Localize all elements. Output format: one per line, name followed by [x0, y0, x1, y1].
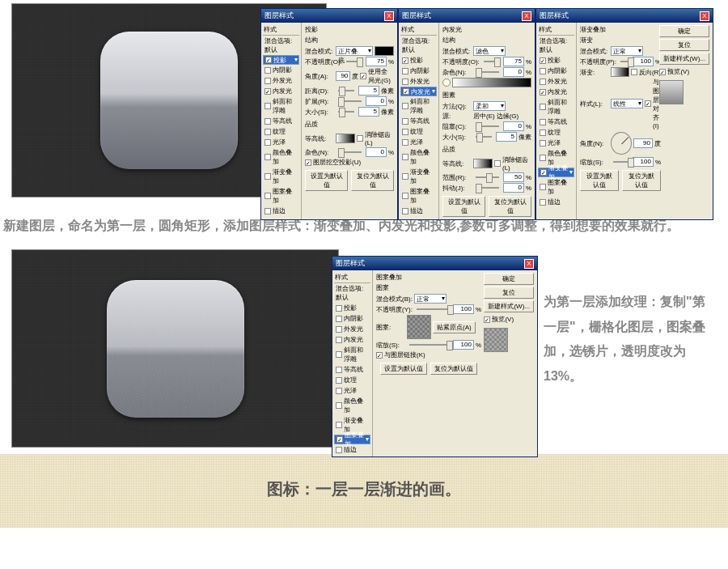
- ok-button[interactable]: 确定: [659, 25, 709, 37]
- preview-thumb: [484, 328, 508, 352]
- item-color-overlay[interactable]: 颜色叠加: [263, 147, 299, 167]
- item-satin[interactable]: 光泽: [263, 137, 299, 147]
- close-icon[interactable]: X: [384, 11, 394, 21]
- style-list: 样式 混合选项:默认 投影 内阴影 外发光 内发光 斜面和浮雕 等高线 纹理 光…: [261, 23, 302, 219]
- angle-input[interactable]: 90: [336, 71, 350, 81]
- contour-picker[interactable]: [336, 134, 355, 143]
- reset-default-button[interactable]: 复位为默认值: [351, 170, 394, 191]
- list-header: 样式: [263, 24, 299, 36]
- opacity-input[interactable]: 75: [366, 57, 387, 66]
- close-icon[interactable]: X: [522, 11, 531, 21]
- item-inner-glow[interactable]: 内发光: [263, 86, 299, 96]
- row-2: 图层样式X 样式 混合选项:默认 投影 内阴影 外发光 内发光 斜面和浮雕 等高…: [0, 249, 728, 448]
- blend-select[interactable]: 正片叠底: [336, 46, 373, 56]
- angle-dial[interactable]: [611, 132, 632, 155]
- new-style-button[interactable]: 新建样式(W)...: [484, 300, 534, 312]
- row-1: 图层样式 X 样式 混合选项:默认 投影 内阴影 外发光 内发光 斜面和浮雕 等…: [0, 0, 728, 197]
- item-drop-shadow[interactable]: 投影: [263, 55, 299, 65]
- set-default-button[interactable]: 设置为默认值: [305, 170, 348, 191]
- titlebar[interactable]: 图层样式 X: [261, 9, 397, 23]
- dialog-inner-glow: 图层样式X 样式 混合选项:默认 投影 内阴影 外发光 内发光 斜面和浮雕 等高…: [398, 8, 535, 220]
- opacity-slider[interactable]: [346, 61, 362, 62]
- dialog-drop-shadow: 图层样式 X 样式 混合选项:默认 投影 内阴影 外发光 内发光 斜面和浮雕 等…: [260, 8, 398, 220]
- global-light-check[interactable]: [360, 73, 366, 79]
- rounded-rect-icon: [100, 32, 238, 169]
- distance-slider[interactable]: [338, 90, 354, 91]
- cancel-button[interactable]: 复位: [659, 39, 709, 51]
- cancel-button[interactable]: 复位: [484, 287, 534, 299]
- footer-caption: 图标：一层一层渐进的画。: [0, 454, 728, 528]
- snap-origin-button[interactable]: 贴紧原点(A): [433, 321, 476, 333]
- item-outer-glow[interactable]: 外发光: [263, 75, 299, 86]
- ok-button[interactable]: 确定: [484, 273, 534, 285]
- item-grad-overlay[interactable]: 渐变叠加: [263, 167, 299, 186]
- dialog-group-1: 图层样式 X 样式 混合选项:默认 投影 内阴影 外发光 内发光 斜面和浮雕 等…: [260, 8, 713, 220]
- canvas-2: [11, 249, 339, 448]
- item-pattern-overlay[interactable]: 图案叠加: [263, 186, 299, 206]
- item-bevel[interactable]: 斜面和浮雕: [263, 96, 299, 116]
- gradient-picker[interactable]: [452, 78, 531, 87]
- title: 图层样式: [265, 11, 294, 21]
- item-inner-shadow[interactable]: 内阴影: [263, 65, 299, 75]
- checkbox-icon[interactable]: [265, 57, 272, 63]
- panel-gradient-overlay: 确定 复位 新建样式(W)... 预览(V) 渐变叠加 渐变 混合模式:正常 不…: [577, 23, 713, 219]
- new-style-button[interactable]: 新建样式(W)...: [659, 53, 709, 65]
- pattern-picker[interactable]: [407, 315, 431, 339]
- item-stroke[interactable]: 描边: [263, 206, 299, 216]
- dialog-group-2: 图层样式X 样式 混合选项:默认 投影 内阴影 外发光 内发光 斜面和浮雕 等高…: [332, 256, 538, 457]
- close-icon[interactable]: X: [700, 11, 709, 21]
- item-texture[interactable]: 纹理: [263, 126, 299, 137]
- panel-pattern-overlay: 确定 复位 新建样式(W)... 预览(V) 图案叠加 图案 混合模式(B):正…: [373, 270, 537, 456]
- color-radio[interactable]: [442, 79, 451, 87]
- color-swatch[interactable]: [375, 46, 394, 56]
- blend-options[interactable]: 混合选项:默认: [263, 36, 299, 55]
- panel-inner-glow: 内发光 结构 混合模式:滤色 不透明度(O):75% 杂色(N):0% 图素 方…: [439, 23, 535, 219]
- dialog-pattern-overlay: 图层样式X 样式 混合选项:默认 投影 内阴影 外发光 内发光 斜面和浮雕 等高…: [332, 256, 538, 457]
- section-title: 投影: [305, 25, 394, 34]
- caption-2: 为第一层添加纹理：复制"第一层"，栅格化图层，图案叠加，选锈片，透明度改为13%…: [544, 290, 713, 389]
- preview-thumb: [659, 80, 684, 104]
- item-contour[interactable]: 等高线: [263, 116, 299, 126]
- rounded-rect-textured: [107, 280, 244, 418]
- close-icon[interactable]: X: [524, 259, 534, 269]
- panel-drop-shadow: 投影 结构 混合模式:正片叠底 不透明度(O):75% 角度(A):90度使用全…: [302, 23, 397, 219]
- gradient-swatch[interactable]: [611, 67, 629, 77]
- dialog-gradient-overlay: 图层样式X 样式 混合选项:默认 投影 内阴影 外发光 内发光 斜面和浮雕 等高…: [535, 8, 713, 220]
